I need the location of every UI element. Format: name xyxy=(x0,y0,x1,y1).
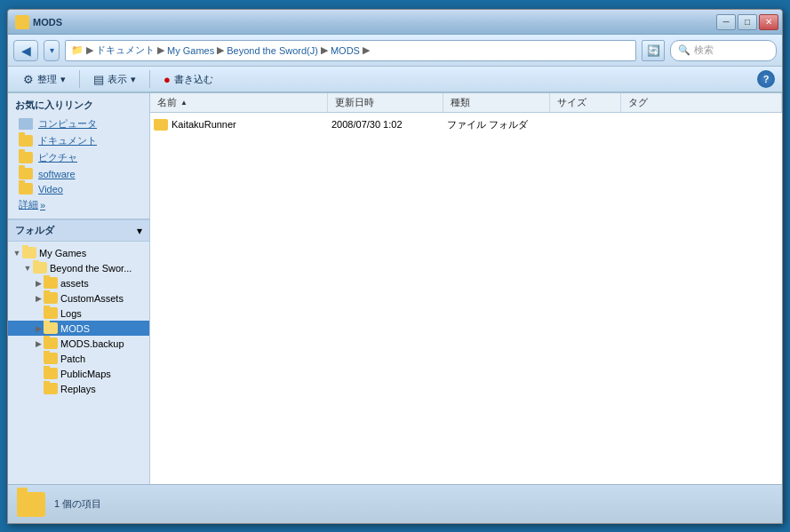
folder-icon xyxy=(19,183,33,195)
tree-label: MODS xyxy=(60,323,90,334)
detail-label: 詳細 xyxy=(19,198,38,211)
help-button[interactable]: ? xyxy=(757,70,775,88)
main-content: お気に入りリンク コンピュータ ドキュメント ピクチャ software xyxy=(8,93,782,484)
organize-button[interactable]: ⚙ 整理 ▾ xyxy=(15,68,74,90)
view-icon: ▤ xyxy=(93,73,104,86)
search-placeholder: 検索 xyxy=(694,44,714,57)
sidebar: お気に入りリンク コンピュータ ドキュメント ピクチャ software xyxy=(8,93,150,484)
favorites-section: お気に入りリンク コンピュータ ドキュメント ピクチャ software xyxy=(8,93,149,219)
col-date-label: 更新日時 xyxy=(335,96,374,109)
breadcrumb-documents[interactable]: ドキュメント xyxy=(96,44,155,57)
sidebar-item-video[interactable]: Video xyxy=(15,181,142,196)
tree-item-mods-backup[interactable]: ▶ MODS.backup xyxy=(8,336,149,351)
tree-item-logs[interactable]: Logs xyxy=(8,306,149,321)
explorer-window: MODS ─ □ ✕ ◀ ▾ 📁 ▶ ドキュメント ▶ My Games ▶ B… xyxy=(7,9,783,524)
back-button[interactable]: ◀ xyxy=(13,40,38,61)
address-area: ◀ ▾ 📁 ▶ ドキュメント ▶ My Games ▶ Beyond the S… xyxy=(8,35,782,67)
sidebar-item-documents[interactable]: ドキュメント xyxy=(15,132,142,149)
tree-item-publicmaps[interactable]: PublicMaps xyxy=(8,366,149,381)
col-size-label: サイズ xyxy=(557,96,587,109)
sidebar-video-label: Video xyxy=(38,184,63,195)
back-dropdown-button[interactable]: ▾ xyxy=(44,40,60,61)
col-tag-label: タグ xyxy=(628,96,648,109)
tree-label: Logs xyxy=(60,308,82,319)
sidebar-item-pictures[interactable]: ピクチャ xyxy=(15,149,142,166)
file-folder-icon xyxy=(154,119,168,131)
breadcrumb-mods[interactable]: MODS xyxy=(331,45,360,56)
view-dropdown-icon: ▾ xyxy=(131,74,136,85)
tree-item-bts[interactable]: ▼ Beyond the Swor... xyxy=(8,260,149,275)
window-title: MODS xyxy=(33,17,62,28)
folders-title: フォルダ xyxy=(15,224,54,237)
file-list-header: 名前 更新日時 種類 サイズ タグ xyxy=(150,93,782,113)
file-name-cell: KaitakuRunner xyxy=(154,119,331,131)
folder-icon xyxy=(44,307,58,319)
sidebar-computer-label: コンピュータ xyxy=(38,117,97,131)
folder-icon xyxy=(19,135,33,147)
close-button[interactable]: ✕ xyxy=(759,14,778,30)
folder-icon xyxy=(44,277,58,289)
breadcrumb: 📁 ▶ ドキュメント ▶ My Games ▶ Beyond the Sword… xyxy=(71,44,371,57)
folder-open-icon xyxy=(44,322,58,334)
file-row[interactable]: KaitakuRunner 2008/07/30 1:02 ファイル フォルダ xyxy=(150,115,782,134)
computer-icon xyxy=(19,118,33,130)
folder-icon xyxy=(19,152,33,163)
expand-icon: ▶ xyxy=(33,278,44,289)
col-type-label: 種類 xyxy=(451,96,470,109)
file-type-cell: ファイル フォルダ xyxy=(447,118,554,131)
folders-section-header[interactable]: フォルダ ▾ xyxy=(8,219,149,242)
expand-icon: ▶ xyxy=(33,293,44,304)
expand-icon: ▶ xyxy=(33,338,44,349)
address-bar[interactable]: 📁 ▶ ドキュメント ▶ My Games ▶ Beyond the Sword… xyxy=(65,40,636,61)
favorites-title: お気に入りリンク xyxy=(15,99,142,112)
tree-item-mygames[interactable]: ▼ My Games xyxy=(8,245,149,260)
tree-item-replays[interactable]: Replays xyxy=(8,381,149,396)
tree-item-patch[interactable]: Patch xyxy=(8,351,149,366)
organize-icon: ⚙ xyxy=(23,73,34,86)
col-header-type[interactable]: 種類 xyxy=(443,93,550,112)
view-label: 表示 xyxy=(108,73,127,86)
view-button[interactable]: ▤ 表示 ▾ xyxy=(85,68,144,90)
breadcrumb-bts[interactable]: Beyond the Sword(J) xyxy=(227,45,318,56)
col-header-date[interactable]: 更新日時 xyxy=(328,93,443,112)
burn-button[interactable]: ● 書き込む xyxy=(156,68,221,90)
tree-item-mods[interactable]: ▶ MODS xyxy=(8,321,149,336)
breadcrumb-mygames[interactable]: My Games xyxy=(167,45,214,56)
expand-icon: ▶ xyxy=(33,323,44,334)
refresh-button[interactable]: 🔄 xyxy=(642,40,665,61)
file-date: 2008/07/30 1:02 xyxy=(331,119,403,130)
folder-icon xyxy=(44,353,58,364)
sidebar-item-software[interactable]: software xyxy=(15,166,142,181)
sidebar-documents-label: ドキュメント xyxy=(38,134,97,147)
tree-item-assets[interactable]: ▶ assets xyxy=(8,275,149,290)
minimize-button[interactable]: ─ xyxy=(716,14,736,30)
tree-label: Replays xyxy=(60,384,96,394)
folder-open-icon xyxy=(33,262,47,274)
tree-item-customassets[interactable]: ▶ CustomAssets xyxy=(8,290,149,306)
status-bar: 1 個の項目 xyxy=(8,484,782,523)
folder-icon xyxy=(44,383,58,394)
search-box[interactable]: 🔍 検索 xyxy=(670,40,777,61)
tree-label: My Games xyxy=(39,248,86,258)
maximize-button[interactable]: □ xyxy=(738,14,757,30)
folder-icon xyxy=(44,292,58,304)
col-header-tag[interactable]: タグ xyxy=(621,93,782,112)
sidebar-detail-link[interactable]: 詳細 » xyxy=(15,196,142,213)
expand-icon: ▼ xyxy=(22,263,33,274)
sidebar-software-label: software xyxy=(38,169,76,179)
file-type: ファイル フォルダ xyxy=(447,118,528,131)
tree-label-patch: Patch xyxy=(60,353,85,364)
tree-label: assets xyxy=(60,278,89,289)
sidebar-item-computer[interactable]: コンピュータ xyxy=(15,115,142,132)
toolbar-divider-2 xyxy=(149,70,150,88)
col-header-size[interactable]: サイズ xyxy=(550,93,621,112)
toolbar-divider-1 xyxy=(79,70,80,88)
tree-label: Beyond the Swor... xyxy=(50,263,132,274)
organize-label: 整理 xyxy=(37,73,57,86)
folder-icon xyxy=(44,337,58,349)
folder-tree: ▼ My Games ▼ Beyond the Swor... ▶ assets xyxy=(8,242,149,484)
breadcrumb-icon: 📁 xyxy=(71,44,84,56)
organize-dropdown-icon: ▾ xyxy=(60,74,66,85)
status-folder-icon xyxy=(17,492,45,517)
col-header-name[interactable]: 名前 xyxy=(150,93,328,112)
